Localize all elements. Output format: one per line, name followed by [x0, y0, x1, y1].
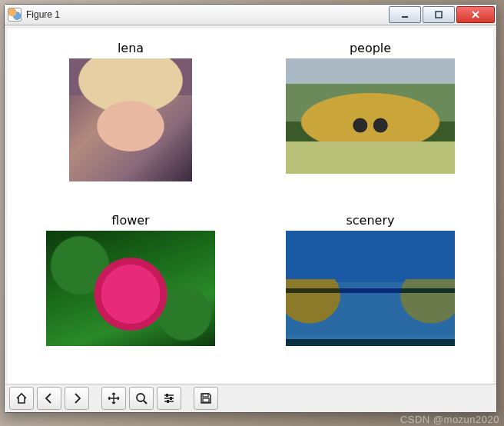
back-button[interactable]	[37, 387, 61, 410]
arrow-left-icon	[42, 391, 56, 405]
save-button[interactable]	[194, 387, 218, 410]
subplot-people: people	[266, 41, 475, 199]
titlebar[interactable]: Figure 1	[5, 5, 496, 25]
svg-line-5	[144, 401, 147, 404]
subplot-scenery: scenery	[266, 213, 475, 371]
subplot-title: people	[350, 41, 391, 55]
figure-window: Figure 1 lena people	[4, 4, 497, 413]
move-icon	[107, 391, 121, 405]
forward-button[interactable]	[65, 387, 89, 410]
home-icon	[15, 391, 28, 405]
image-lena	[69, 58, 192, 181]
configure-button[interactable]	[157, 387, 181, 410]
maximize-icon	[434, 10, 443, 19]
arrow-right-icon	[70, 391, 84, 405]
home-button[interactable]	[9, 387, 34, 410]
pan-button[interactable]	[101, 387, 126, 410]
close-button[interactable]	[456, 6, 495, 23]
nav-toolbar	[5, 384, 496, 412]
maximize-button[interactable]	[423, 6, 455, 23]
svg-point-4	[137, 394, 144, 401]
zoom-button[interactable]	[129, 387, 154, 410]
svg-rect-11	[167, 400, 169, 403]
subplot-title: lena	[118, 41, 144, 55]
subplot-title: flower	[111, 213, 149, 228]
image-flower	[46, 231, 215, 346]
image-scenery	[286, 231, 455, 346]
svg-rect-12	[203, 394, 208, 397]
svg-rect-9	[170, 397, 172, 400]
subplot-flower: flower	[26, 213, 235, 371]
watermark: CSDN @mozun2020	[400, 414, 499, 424]
svg-rect-1	[436, 12, 442, 18]
minimize-button[interactable]	[389, 6, 421, 23]
image-people	[286, 58, 455, 174]
app-icon	[8, 8, 22, 22]
sliders-icon	[162, 391, 176, 405]
save-icon	[199, 391, 213, 405]
svg-rect-7	[166, 394, 168, 397]
svg-rect-13	[203, 398, 209, 402]
subplot-lena: lena	[26, 41, 235, 199]
zoom-icon	[134, 391, 148, 405]
subplot-title: scenery	[346, 213, 394, 228]
close-icon	[471, 10, 480, 19]
figure-canvas[interactable]: lena people flower scenery	[8, 28, 493, 384]
window-title: Figure 1	[26, 9, 60, 20]
minimize-icon	[400, 10, 410, 19]
